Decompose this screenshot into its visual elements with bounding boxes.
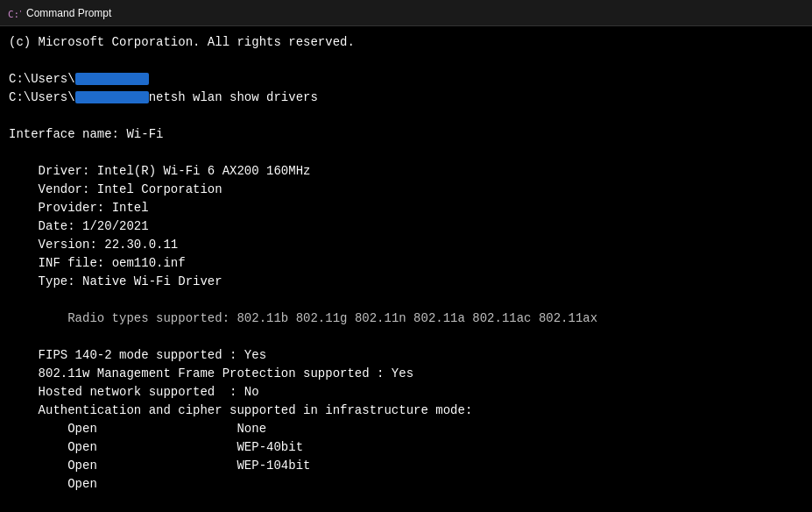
title-bar: C:\ Command Prompt: [0, 0, 812, 26]
hosted-line: Hosted network supported : No: [9, 383, 803, 402]
provider-line: Provider: Intel: [9, 199, 803, 217]
svg-text:C:\: C:\: [8, 9, 21, 20]
open-none-line: Open None: [9, 420, 803, 438]
auth-line: Authentication and cipher supported in i…: [9, 402, 803, 420]
open-wep-line: Open: [9, 475, 803, 494]
open-wep40-line: Open WEP-40bit: [9, 438, 803, 457]
vendor-line: Vendor: Intel Corporation: [9, 181, 803, 199]
interface-name: Interface name: Wi-Fi: [9, 125, 803, 144]
user-prompt-1: C:\Users\: [9, 70, 803, 89]
driver-line: Driver: Intel(R) Wi-Fi 6 AX200 160MHz: [9, 162, 803, 181]
copyright-line: (c) Microsoft Corporation. All rights re…: [9, 33, 803, 52]
fips-line: FIPS 140-2 mode supported : Yes: [9, 346, 803, 365]
user-prompt-2: C:\Users\ netsh wlan show drivers: [9, 89, 803, 107]
window-title: Command Prompt: [26, 7, 111, 19]
date-line: Date: 1/20/2021: [9, 217, 803, 236]
open-wep104-line: Open WEP-104bit: [9, 457, 803, 475]
type-line: Type: Native Wi-Fi Driver: [9, 273, 803, 291]
version-line: Version: 22.30.0.11: [9, 236, 803, 254]
cmd-icon: C:\: [7, 6, 21, 20]
console-area: (c) Microsoft Corporation. All rights re…: [0, 26, 812, 512]
inf-line: INF file: oem110.inf: [9, 254, 803, 273]
radio-line: Radio types supported: 802.11b 802.11g 8…: [9, 291, 803, 346]
mgmt-line: 802.11w Management Frame Protection supp…: [9, 365, 803, 383]
